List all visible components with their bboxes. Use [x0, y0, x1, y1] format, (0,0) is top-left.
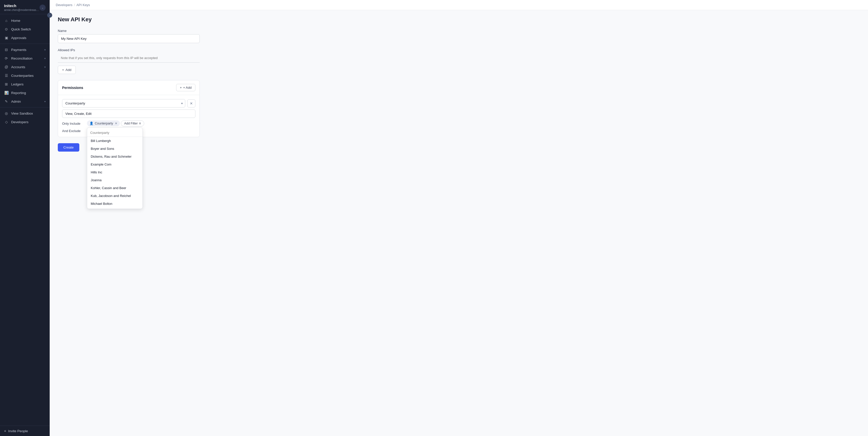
perm-add-label: + Add — [183, 86, 192, 90]
sidebar-item-label: Admin — [11, 100, 42, 103]
add-icon: + — [62, 68, 64, 72]
and-exclude-label: And Exclude — [62, 129, 85, 133]
permissions-add-button[interactable]: + + Add — [176, 84, 195, 91]
allowed-ips-add-button[interactable]: + Add — [58, 66, 76, 74]
sidebar-item-label: Payments — [11, 48, 42, 52]
home-icon: ⌂ — [4, 19, 9, 23]
invite-people-button[interactable]: + Invite People — [0, 426, 50, 436]
sidebar-item-accounts[interactable]: @ Accounts ▾ — [0, 63, 50, 71]
dropdown-item-example-com[interactable]: Example Com — [87, 160, 143, 168]
page-content: New API Key Name Allowed IPs + Add Permi… — [50, 10, 868, 436]
reconciliation-icon: ⟳ — [4, 56, 9, 60]
add-filter-label: Add Filter — [124, 122, 138, 125]
sidebar-item-reporting[interactable]: 📊 Reporting — [0, 89, 50, 97]
resource-select[interactable]: Counterparty Payment Account — [62, 99, 185, 107]
only-include-row: Only Include 👤 Counterparty ✕ Add Filter… — [62, 120, 195, 126]
breadcrumb: Developers / API Keys — [50, 0, 868, 10]
filter-icon: ≡ — [139, 122, 141, 125]
breadcrumb-current: API Keys — [76, 3, 90, 7]
sidebar-item-label: Home — [11, 19, 45, 23]
invite-people-label: Invite People — [8, 429, 28, 433]
perm-add-icon: + — [180, 86, 182, 90]
actions-input[interactable] — [62, 110, 195, 118]
permissions-card: Permissions + + Add Counterparty Payment — [58, 80, 200, 137]
dropdown-item-hills-inc[interactable]: Hills Inc — [87, 168, 143, 176]
sidebar-item-counterparties[interactable]: ☰ Counterparties — [0, 71, 50, 80]
create-button[interactable]: Create — [58, 143, 79, 152]
sidebar-item-home[interactable]: ⌂ Home — [0, 16, 50, 25]
chevron-down-icon: ▾ — [44, 100, 45, 103]
sidebar-item-quick-switch[interactable]: ⊙ Quick Switch — [0, 25, 50, 33]
sidebar-item-label: Developers — [11, 120, 45, 124]
allowed-ips-label: Allowed IPs — [58, 48, 200, 52]
sidebar-item-label: Accounts — [11, 65, 42, 69]
sidebar-item-ledgers[interactable]: ⊞ Ledgers — [0, 80, 50, 89]
chevron-down-icon: ▾ — [44, 57, 45, 60]
approvals-icon: ▣ — [4, 36, 9, 40]
filter-tag-label: Counterparty — [95, 122, 113, 125]
permissions-title: Permissions — [62, 86, 83, 90]
chevron-down-icon: ▾ — [44, 49, 45, 51]
dropdown-item-bill-lumbergh[interactable]: Bill Lumbergh — [87, 137, 143, 145]
accounts-icon: @ — [4, 65, 9, 69]
org-info: Initech annie.chen@moderntreasur... — [4, 4, 39, 11]
dropdown-item-joanna[interactable]: Joanna — [87, 176, 143, 184]
permissions-body: Counterparty Payment Account ▾ ✕ — [58, 95, 199, 137]
dropdown-item-dickens[interactable]: Dickens, Rau and Schmeler — [87, 153, 143, 160]
chevron-down-icon: ▾ — [44, 66, 45, 68]
sidebar-item-payments[interactable]: ⊟ Payments ▾ — [0, 45, 50, 54]
person-icon: 👤 — [89, 121, 94, 125]
sidebar-item-label: Reconciliation — [11, 57, 42, 60]
sidebar-item-label: Reporting — [11, 91, 45, 95]
resource-select-wrapper: Counterparty Payment Account ▾ — [62, 99, 185, 107]
dropdown-item-michael-bolton[interactable]: Michael Bolton — [87, 200, 143, 208]
filter-dropdown-container: 👤 Counterparty ✕ Add Filter ≡ — [87, 120, 144, 126]
name-label: Name — [58, 29, 200, 33]
quick-switch-icon: ⊙ — [4, 27, 9, 31]
main-content: Developers / API Keys New API Key Name A… — [50, 0, 868, 436]
sidebar-item-label: Quick Switch — [11, 27, 45, 31]
counterparty-filter-tag: 👤 Counterparty ✕ — [87, 120, 120, 126]
name-field-group: Name — [58, 29, 200, 43]
allowed-ips-input[interactable] — [58, 54, 200, 63]
breadcrumb-parent[interactable]: Developers — [56, 3, 72, 7]
permissions-header: Permissions + + Add — [58, 80, 199, 95]
admin-icon: ✎ — [4, 99, 9, 103]
add-filter-button[interactable]: Add Filter ≡ — [121, 120, 144, 126]
name-input[interactable] — [58, 34, 200, 43]
org-switcher-button[interactable]: ⌄ — [39, 5, 45, 11]
dropdown-item-kub[interactable]: Kub, Jacobson and Reichel — [87, 192, 143, 200]
reporting-icon: 📊 — [4, 91, 9, 95]
ledgers-icon: ⊞ — [4, 82, 9, 86]
invite-plus-icon: + — [4, 429, 6, 433]
sidebar-item-approvals[interactable]: ▣ Approvals — [0, 33, 50, 42]
api-key-form: Name Allowed IPs + Add Permissions + + — [58, 29, 200, 152]
sidebar-collapse-button[interactable]: ‹ — [47, 13, 52, 18]
sidebar-item-view-sandbox[interactable]: ◎ View Sandbox — [0, 109, 50, 118]
org-email: annie.chen@moderntreasur... — [4, 8, 39, 11]
dropdown-item-boyer-sons[interactable]: Boyer and Sons — [87, 145, 143, 153]
filter-tag-remove-button[interactable]: ✕ — [115, 122, 117, 125]
counterparties-icon: ☰ — [4, 73, 9, 77]
sidebar-item-label: Counterparties — [11, 74, 45, 77]
sidebar-item-developers[interactable]: ◇ Developers — [0, 118, 50, 126]
sidebar-item-reconciliation[interactable]: ⟳ Reconciliation ▾ — [0, 54, 50, 63]
dropdown-search-input[interactable] — [87, 129, 143, 137]
allowed-ips-group: Allowed IPs + Add — [58, 48, 200, 74]
remove-permission-button[interactable]: ✕ — [187, 99, 195, 107]
sidebar: Initech annie.chen@moderntreasur... ⌄ ‹ … — [0, 0, 50, 436]
developers-icon: ◇ — [4, 120, 9, 124]
sidebar-header: Initech annie.chen@moderntreasur... ⌄ — [0, 0, 50, 14]
sidebar-item-label: Ledgers — [11, 83, 45, 86]
org-name: Initech — [4, 4, 39, 8]
view-sandbox-icon: ◎ — [4, 111, 9, 115]
nav-divider — [0, 107, 50, 107]
sidebar-item-admin[interactable]: ✎ Admin ▾ — [0, 97, 50, 106]
dropdown-item-kohler[interactable]: Kohler, Cassin and Beer — [87, 184, 143, 192]
sidebar-item-label: View Sandbox — [11, 112, 45, 115]
breadcrumb-separator: / — [74, 3, 75, 7]
only-include-label: Only Include — [62, 122, 85, 125]
page-title: New API Key — [58, 16, 860, 23]
filter-dropdown-menu: Bill Lumbergh Boyer and Sons Dickens, Ra… — [87, 127, 143, 209]
close-icon: ✕ — [190, 101, 193, 105]
